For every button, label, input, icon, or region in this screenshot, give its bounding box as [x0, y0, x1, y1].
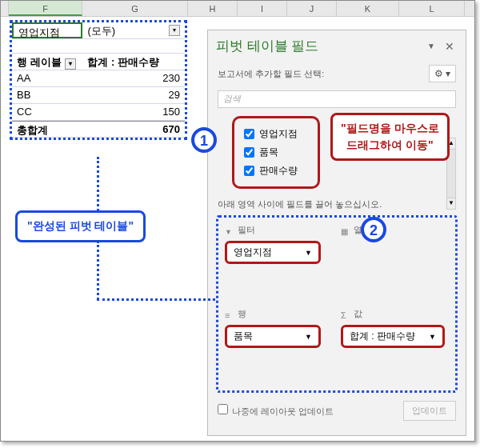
- values-pill[interactable]: 합계 : 판매수량 ▼: [341, 325, 445, 348]
- col-header-k[interactable]: K: [337, 1, 399, 16]
- pivot-filter-value: (모두): [87, 25, 115, 37]
- col-header-l[interactable]: L: [399, 1, 465, 16]
- field-item[interactable]: 영업지점: [244, 125, 308, 143]
- defer-checkbox[interactable]: [218, 404, 228, 414]
- area-title-label: 행: [238, 308, 246, 320]
- row-labels-text: 행 레이블: [17, 56, 62, 68]
- rows-area[interactable]: 행 품목 ▼: [225, 308, 333, 384]
- col-header-j[interactable]: J: [287, 1, 337, 16]
- area-instruction: 아래 영역 사이에 필드를 끌어 놓으십시오.: [208, 192, 466, 214]
- field-label: 판매수량: [259, 164, 298, 178]
- defer-layout-checkbox[interactable]: 나중에 레이아웃 업데이트: [218, 404, 334, 418]
- table-cell[interactable]: 230: [82, 70, 185, 86]
- value-header[interactable]: 합계 : 판매수량: [82, 54, 185, 70]
- columns-icon: [341, 226, 350, 234]
- step-one-badge: 1: [191, 127, 217, 153]
- gear-button[interactable]: ⚙ ▾: [429, 65, 456, 82]
- col-header-h[interactable]: H: [188, 1, 238, 16]
- field-label: 영업지점: [259, 127, 298, 141]
- callout-completed-pivot: "완성된 피벗 테이블": [15, 210, 146, 242]
- field-checklist: 영업지점 품목 판매수량: [232, 116, 320, 189]
- pill-label: 합계 : 판매수량: [350, 330, 415, 343]
- table-cell[interactable]: 29: [82, 87, 185, 103]
- connector-line: [97, 298, 215, 301]
- filter-icon: [225, 226, 234, 234]
- total-value[interactable]: 670: [82, 121, 185, 137]
- total-label[interactable]: 총합계: [12, 121, 82, 137]
- column-headers: F G H I J K L: [1, 1, 474, 17]
- rows-pill[interactable]: 품목 ▼: [225, 325, 321, 348]
- values-area[interactable]: 값 합계 : 판매수량 ▼: [341, 308, 449, 384]
- field-item[interactable]: 판매수량: [244, 162, 308, 180]
- rows-icon: [225, 310, 234, 318]
- field-checkbox[interactable]: [244, 166, 254, 176]
- columns-area[interactable]: 열: [341, 224, 449, 300]
- panel-subtitle: 보고서에 추가할 필드 선택:: [218, 68, 324, 80]
- search-input[interactable]: 검색: [218, 90, 456, 108]
- pivot-table: 영업지점 (모두) ▾ 행 레이블▾ 합계 : 판매수량 AA 230 BB 2…: [10, 20, 187, 140]
- field-label: 품목: [259, 146, 278, 159]
- col-header-g[interactable]: G: [82, 1, 188, 16]
- blank-cell[interactable]: [12, 39, 82, 53]
- connector-line: [97, 157, 99, 211]
- chevron-down-icon[interactable]: ▼: [305, 249, 312, 257]
- field-checkbox[interactable]: [244, 147, 254, 158]
- field-checkbox[interactable]: [244, 129, 254, 139]
- chevron-down-icon[interactable]: ▼: [305, 333, 312, 341]
- col-header-i[interactable]: I: [238, 1, 287, 16]
- row-labels-header[interactable]: 행 레이블▾: [12, 54, 82, 70]
- close-icon[interactable]: ✕: [445, 40, 458, 53]
- defer-label: 나중에 레이아웃 업데이트: [232, 406, 334, 416]
- col-header-e[interactable]: [1, 1, 9, 16]
- pivot-filter-field-cell[interactable]: 영업지점: [12, 22, 82, 38]
- row-dropdown-icon[interactable]: ▾: [65, 58, 76, 70]
- update-button[interactable]: 업데이트: [403, 401, 456, 421]
- chevron-down-icon[interactable]: ▼: [429, 333, 436, 341]
- minimize-icon[interactable]: ▼: [427, 42, 440, 50]
- filter-dropdown-icon[interactable]: ▾: [169, 25, 180, 36]
- step-two-badge: 2: [361, 217, 386, 242]
- field-item[interactable]: 품목: [244, 143, 308, 162]
- area-title-label: 값: [354, 308, 362, 320]
- pivot-field-panel: 피벗 테이블 필드 ▼ ✕ 보고서에 추가할 필드 선택: ⚙ ▾ 검색 영업지…: [207, 30, 466, 436]
- table-row[interactable]: CC: [12, 104, 82, 120]
- col-header-f[interactable]: F: [9, 1, 82, 16]
- table-row[interactable]: AA: [12, 70, 82, 86]
- pill-label: 영업지점: [234, 246, 272, 259]
- scroll-down-icon[interactable]: ▼: [447, 198, 455, 209]
- sigma-icon: [341, 310, 350, 318]
- table-cell[interactable]: 150: [82, 104, 185, 120]
- pivot-filter-value-cell[interactable]: (모두) ▾: [82, 22, 185, 38]
- area-title-label: 필터: [238, 224, 255, 236]
- pill-label: 품목: [234, 330, 253, 343]
- filter-area[interactable]: 필터 영업지점 ▼: [225, 224, 333, 300]
- callout-drag-fields: "필드명을 마우스로 드래그하여 이동": [330, 113, 450, 161]
- table-row[interactable]: BB: [12, 87, 82, 103]
- blank-cell[interactable]: [82, 39, 185, 53]
- filter-pill[interactable]: 영업지점 ▼: [225, 241, 321, 264]
- drop-areas: 필터 영업지점 ▼ 열 행 품목 ▼ 값 합계 : 판매수량: [216, 215, 458, 393]
- connector-line: [97, 241, 99, 300]
- panel-title: 피벗 테이블 필드: [216, 37, 427, 55]
